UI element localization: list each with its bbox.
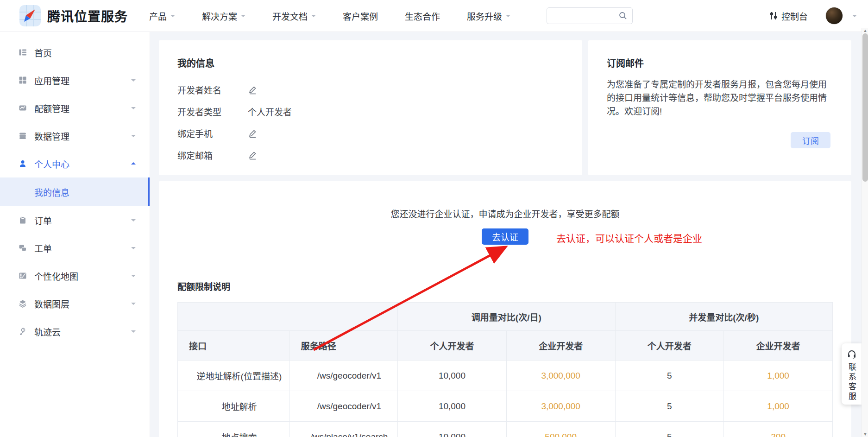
database-icon (19, 131, 28, 140)
scroll-down-arrow[interactable]: ▼ (862, 432, 868, 437)
sidebar-item-data-layers[interactable]: 数据图层 (0, 290, 150, 317)
table-row: 逆地址解析(位置描述) /ws/geocoder/v1 10,000 3,000… (178, 361, 833, 391)
sidebar-item-quota[interactable]: 配额管理 (0, 94, 150, 122)
main-menu: 产品 解决方案 开发文档 客户案例 生态合作 服务升级 (149, 10, 510, 22)
profile-row-phone: 绑定手机 (177, 122, 564, 144)
contact-support-tab[interactable]: 联系客服 (842, 343, 862, 405)
chevron-down-icon (170, 15, 175, 19)
profile-row-email: 绑定邮箱 (177, 144, 564, 166)
sliders-icon (769, 11, 778, 20)
search-box[interactable] (547, 7, 633, 24)
location-pin-icon (19, 327, 28, 336)
sidebar-item-track-cloud[interactable]: 轨迹云 (0, 317, 150, 345)
chevron-down-icon (131, 275, 136, 279)
sidebar-item-personal-center[interactable]: 个人中心 (0, 150, 150, 177)
chevron-down-icon (506, 15, 510, 19)
sidebar-item-apps[interactable]: 应用管理 (0, 66, 150, 94)
table-header-row: 接口 服务路径 个人开发者 企业开发者 个人开发者 企业开发者 (178, 331, 833, 361)
scrollbar-thumb[interactable] (862, 33, 868, 182)
menu-item-solutions[interactable]: 解决方案 (202, 10, 245, 22)
menu-item-products[interactable]: 产品 (149, 10, 175, 22)
search-input[interactable] (553, 12, 618, 20)
edit-pencil-icon[interactable] (248, 85, 257, 95)
sidebar-item-data[interactable]: 数据管理 (0, 122, 150, 150)
sidebar-item-orders[interactable]: 订单 (0, 206, 150, 234)
group-header-qps: 并发量对比(次/秒) (615, 303, 832, 331)
col-path: 服务路径 (289, 331, 397, 361)
chevron-down-icon (131, 330, 136, 335)
sidebar: 首页 应用管理 配额管理 数据管理 个人中心 我的信息 订单 (0, 32, 150, 437)
group-header-daily: 调用量对比(次/日) (398, 303, 615, 331)
console-link[interactable]: 控制台 (769, 10, 808, 22)
table-row: 地点搜索 /ws/place/v1/search 10,000 500,000 … (178, 422, 833, 437)
layers-icon (19, 299, 28, 308)
chevron-down-icon (131, 107, 136, 112)
table-row: 地址解析 /ws/geocoder/v1 10,000 3,000,000 5 … (178, 391, 833, 422)
menu-item-upgrade[interactable]: 服务升级 (467, 10, 510, 22)
col-api: 接口 (178, 331, 290, 361)
profile-row-type: 开发者类型 个人开发者 (177, 101, 564, 122)
brand[interactable]: 腾讯位置服务 (19, 5, 128, 26)
user-icon (19, 159, 28, 168)
table-group-header-row: 调用量对比(次/日) 并发量对比(次/秒) (178, 303, 833, 331)
sidebar-item-custom-map[interactable]: 个性化地图 (0, 262, 150, 290)
col-enterprise-qps: 企业开发者 (724, 331, 833, 361)
chevron-down-icon (131, 219, 136, 224)
headset-icon (847, 349, 857, 359)
chevron-down-icon (131, 135, 136, 139)
sidebar-item-home[interactable]: 首页 (0, 38, 150, 66)
red-annotation: 去认证，可以认证个人或者是企业 (556, 231, 702, 245)
menu-item-docs[interactable]: 开发文档 (272, 10, 316, 22)
my-info-title: 我的信息 (177, 56, 564, 70)
vertical-scrollbar[interactable]: ▲ ▼ (862, 28, 868, 437)
chevron-down-icon (131, 79, 136, 84)
map-icon (19, 271, 28, 280)
search-icon[interactable] (618, 11, 628, 20)
compass-logo-icon (19, 5, 41, 26)
sidebar-subitem-my-info[interactable]: 我的信息 (0, 177, 150, 206)
chevron-up-icon (131, 160, 136, 165)
subscribe-button[interactable]: 订阅 (791, 132, 830, 148)
developer-type-value: 个人开发者 (248, 105, 292, 118)
edit-pencil-icon[interactable] (248, 151, 257, 160)
my-info-card: 我的信息 开发者姓名 开发者类型 个人开发者 绑定手机 (159, 40, 582, 175)
grid-icon (19, 76, 28, 85)
edit-pencil-icon[interactable] (248, 129, 257, 138)
chevron-down-icon (241, 15, 245, 19)
subscribe-card: 订阅邮件 为您准备了专属定制的开发者服务月报，包含您每月使用的接口用量统计等信息… (588, 40, 851, 175)
subscribe-title: 订阅邮件 (607, 56, 833, 70)
cert-notice: 您还没进行企业认证，申请成为企业开发者，享受更多配额 (159, 207, 851, 220)
quota-card: 您还没进行企业认证，申请成为企业开发者，享受更多配额 去认证 去认证，可以认证个… (159, 181, 851, 437)
quota-section-title: 配额限制说明 (177, 280, 833, 292)
support-label: 联系客服 (846, 363, 857, 402)
chart-icon (19, 103, 28, 113)
col-enterprise-daily: 企业开发者 (506, 331, 615, 361)
chevron-down-icon (311, 15, 316, 19)
clipboard-icon (19, 215, 28, 225)
chat-bubbles-icon (19, 243, 28, 253)
sidebar-item-tickets[interactable]: 工单 (0, 234, 150, 262)
quota-table: 调用量对比(次/日) 并发量对比(次/秒) 接口 服务路径 个人开发者 企业开发… (177, 302, 833, 437)
list-icon (19, 48, 28, 57)
menu-item-ecosystem[interactable]: 生态合作 (405, 10, 440, 22)
chevron-down-icon (131, 303, 136, 307)
user-avatar[interactable] (825, 7, 843, 25)
chevron-down-icon[interactable] (852, 15, 857, 19)
main-content: 我的信息 开发者姓名 开发者类型 个人开发者 绑定手机 (150, 32, 868, 437)
scroll-up-arrow[interactable]: ▲ (862, 28, 868, 33)
profile-row-name: 开发者姓名 (177, 79, 564, 101)
top-navbar: 腾讯位置服务 产品 解决方案 开发文档 客户案例 生态合作 服务升级 控制台 (0, 0, 868, 32)
brand-title: 腾讯位置服务 (47, 6, 128, 25)
go-certify-button[interactable]: 去认证 (482, 228, 528, 245)
menu-item-cases[interactable]: 客户案例 (343, 10, 378, 22)
chevron-down-icon (131, 247, 136, 252)
col-personal-daily: 个人开发者 (398, 331, 507, 361)
subscribe-description: 为您准备了专属定制的开发者服务月报，包含您每月使用的接口用量统计等信息，帮助您及… (607, 78, 830, 118)
col-personal-qps: 个人开发者 (615, 331, 724, 361)
